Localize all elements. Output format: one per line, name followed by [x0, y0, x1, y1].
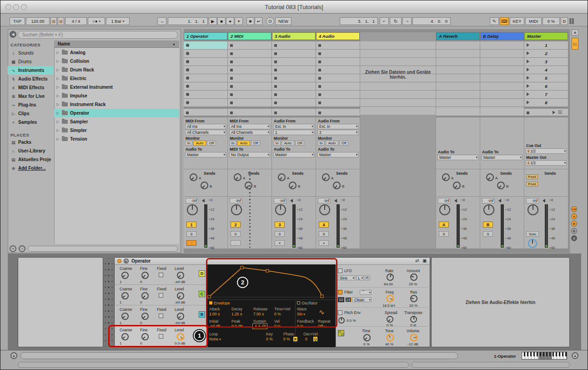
- clip-slot[interactable]: [316, 50, 360, 57]
- expand-tracks-icon[interactable]: |||: [572, 38, 578, 50]
- new-scene-button[interactable]: NEW: [275, 17, 291, 25]
- filter-checkbox[interactable]: [338, 290, 342, 294]
- disclosure-icon[interactable]: ▷: [56, 137, 62, 141]
- pitch-env-checkbox[interactable]: [338, 310, 342, 315]
- track-header[interactable]: 3 Audio: [272, 32, 316, 40]
- cue-out-dropdown[interactable]: ii 1/2: [526, 148, 567, 154]
- play-button[interactable]: ▶: [209, 17, 217, 25]
- clip-slot[interactable]: [228, 58, 271, 66]
- monitor-switch[interactable]: In Auto Off: [229, 141, 260, 146]
- spread-knob[interactable]: [387, 316, 393, 323]
- show-io-toggle[interactable]: I-O: [571, 206, 577, 212]
- arm-button[interactable]: ∴: [186, 240, 196, 246]
- pan-knob[interactable]: [439, 204, 450, 215]
- solo-button[interactable]: S: [231, 231, 241, 237]
- show-crossfader-toggle[interactable]: X: [571, 235, 577, 241]
- clip-stop-button[interactable]: [272, 109, 316, 116]
- sidebar-item-sounds[interactable]: ♪Sounds: [8, 49, 54, 57]
- metronome-button[interactable]: ○●: [88, 17, 105, 25]
- list-item[interactable]: ▷External Instrument: [54, 83, 179, 91]
- track-header[interactable]: 4 Audio: [316, 32, 360, 40]
- input-channel-dropdown[interactable]: All Channels: [229, 130, 270, 135]
- clip-slot[interactable]: [272, 41, 316, 49]
- solo-button[interactable]: S: [319, 231, 329, 237]
- lfo-range-dropdown[interactable]: L: [356, 275, 364, 280]
- solo-button[interactable]: Solo: [526, 231, 539, 237]
- output-type-dropdown[interactable]: Master: [185, 152, 226, 157]
- clip-stop-button[interactable]: [316, 109, 360, 116]
- solo-button[interactable]: S: [275, 231, 285, 237]
- scene-slot[interactable]: 3: [524, 58, 568, 66]
- coarse-knob[interactable]: [121, 313, 129, 320]
- reenable-automation-button[interactable]: ↩: [255, 17, 262, 25]
- track-activator[interactable]: B: [483, 222, 493, 228]
- key-value[interactable]: 0 %: [266, 337, 273, 341]
- volume-field[interactable]: -Inf: [230, 198, 242, 203]
- monitor-auto-button[interactable]: Auto: [326, 141, 338, 146]
- monitor-in-button[interactable]: In: [317, 141, 325, 146]
- list-item[interactable]: ▷Simpler: [54, 126, 179, 135]
- clip-slot[interactable]: [184, 66, 227, 74]
- scene-slot[interactable]: 1: [524, 41, 568, 49]
- loop-start-field[interactable]: 3. 1. 1: [340, 17, 378, 25]
- key-map-button[interactable]: KEY: [510, 17, 524, 25]
- coarse-knob[interactable]: [121, 292, 129, 299]
- midi-map-button[interactable]: MIDI: [525, 17, 542, 25]
- quantization-dropdown[interactable]: 1 Bar: [106, 17, 130, 25]
- list-item[interactable]: ▷Instrument Rack: [54, 100, 179, 109]
- track-header[interactable]: Master: [524, 32, 568, 40]
- clip-slot[interactable]: [316, 41, 360, 49]
- transpose-knob[interactable]: [410, 316, 417, 323]
- track-activator[interactable]: A: [439, 222, 449, 228]
- output-type-dropdown[interactable]: No Output: [229, 152, 270, 157]
- send-b-pre-post-toggle[interactable]: Post: [526, 182, 538, 187]
- disclosure-icon[interactable]: ▷: [56, 51, 62, 55]
- pan-knob[interactable]: [187, 204, 198, 215]
- lfo-retrigger-button[interactable]: R: [365, 275, 370, 280]
- monitor-switch[interactable]: In Auto Off: [317, 141, 348, 146]
- tempo-field[interactable]: 120.00: [26, 17, 50, 25]
- draw-mode-button[interactable]: ✎: [490, 17, 499, 25]
- volume-field[interactable]: -Inf: [482, 198, 495, 203]
- clip-slot[interactable]: [272, 82, 316, 90]
- clip-slot[interactable]: [228, 41, 271, 49]
- scene-slot[interactable]: 6: [524, 82, 568, 90]
- disclosure-icon[interactable]: ▷: [56, 128, 62, 132]
- computer-midi-keyboard-button[interactable]: ⌨: [500, 17, 509, 25]
- send-b-knob[interactable]: [289, 182, 297, 189]
- send-b-knob[interactable]: [245, 182, 252, 189]
- lfo-wave-dropdown[interactable]: Sine: [338, 275, 355, 280]
- clip-slot[interactable]: [272, 91, 316, 98]
- volume-field[interactable]: -Inf: [186, 198, 198, 203]
- device-chain-keyboard[interactable]: [522, 352, 567, 360]
- pan-knob[interactable]: [319, 204, 330, 215]
- nudge-up-button[interactable]: ||||: [58, 17, 64, 25]
- osc-vel-value[interactable]: 0: [305, 337, 307, 341]
- lfo-amount-knob[interactable]: [410, 274, 417, 281]
- clip-slot[interactable]: [316, 66, 360, 74]
- send-a-pre-post-toggle[interactable]: Post: [526, 174, 538, 179]
- send-b-knob[interactable]: [201, 182, 208, 189]
- pan-knob[interactable]: [275, 204, 286, 215]
- input-type-dropdown[interactable]: All Ins: [229, 124, 270, 129]
- clip-slot[interactable]: [316, 58, 360, 66]
- input-type-dropdown[interactable]: Ext. In: [273, 124, 314, 129]
- loop-mode-dropdown[interactable]: None: [209, 337, 221, 341]
- disclosure-icon[interactable]: ▷: [56, 111, 62, 115]
- sidebar-item-drums[interactable]: ▦Drums: [8, 57, 54, 66]
- monitor-auto-button[interactable]: Auto: [237, 141, 250, 146]
- sidebar-item-samples[interactable]: ≈Samples: [8, 118, 54, 127]
- clip-slot[interactable]: [228, 99, 271, 106]
- disclosure-icon[interactable]: ▷: [56, 76, 62, 81]
- filter-slope-12-button[interactable]: 12: [338, 297, 344, 302]
- monitor-off-button[interactable]: Off: [339, 141, 348, 146]
- track-drop-zone[interactable]: Ziehen Sie Dateien und Geräte hierhin.: [360, 32, 436, 248]
- preview-toggle-icon[interactable]: ≈: [10, 245, 16, 252]
- output-type-dropdown[interactable]: Master: [482, 155, 523, 160]
- track-activator[interactable]: 2: [231, 222, 241, 228]
- list-item[interactable]: ▷Sampler: [54, 117, 179, 126]
- arm-button[interactable]: ∴: [231, 240, 241, 246]
- output-type-dropdown[interactable]: Master: [273, 152, 314, 157]
- clip-slot[interactable]: [316, 82, 360, 90]
- filter-freq-knob[interactable]: [387, 295, 394, 302]
